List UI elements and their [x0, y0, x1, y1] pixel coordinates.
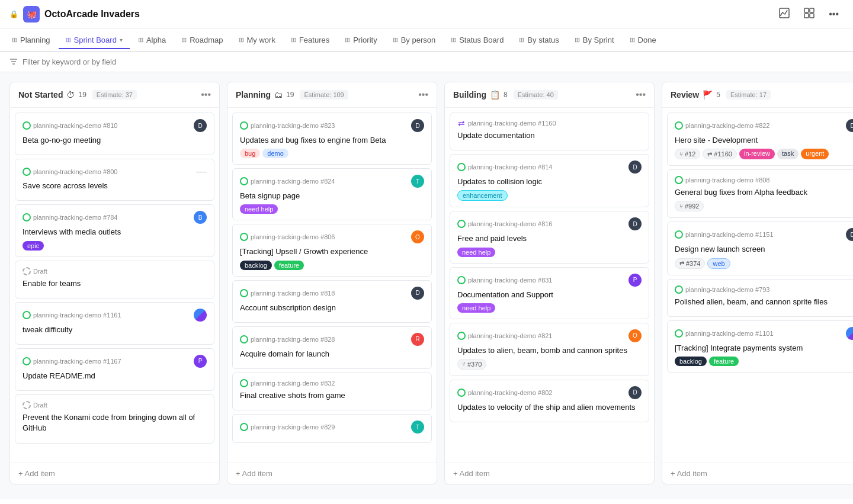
tag-demo: demo	[262, 149, 288, 158]
tab-by-person[interactable]: ⊞By person	[386, 32, 443, 49]
col-menu-building[interactable]: •••	[636, 89, 646, 100]
tab-my-work[interactable]: ⊞My work	[232, 32, 283, 49]
card-id-text: planning-tracking-demo #832	[251, 380, 335, 387]
more-options-btn[interactable]: •••	[824, 7, 844, 22]
card[interactable]: planning-tracking-demo #829 T	[232, 414, 432, 443]
layout-icon-btn[interactable]	[799, 5, 819, 23]
card[interactable]: planning-tracking-demo #806 O [Tracking]…	[232, 224, 432, 276]
card-id-text: planning-tracking-demo #824	[251, 178, 335, 185]
card-meta: planning-tracking-demo #832	[240, 379, 424, 387]
card[interactable]: planning-tracking-demo #824 T Beta signu…	[232, 168, 432, 220]
card-id: planning-tracking-demo #816	[457, 220, 552, 228]
card[interactable]: planning-tracking-demo #828 R Acquire do…	[232, 326, 432, 369]
tab-sprint-board[interactable]: ⊞Sprint Board▾	[59, 32, 130, 49]
top-bar-actions: •••	[774, 5, 844, 23]
card[interactable]: planning-tracking-demo #1151 D Design ne…	[667, 221, 853, 275]
avatar: D	[628, 386, 642, 399]
card[interactable]: Draft Prevent the Konami code from bring…	[15, 394, 214, 443]
add-item-btn-review[interactable]: + Add item	[671, 469, 707, 478]
status-icon	[240, 423, 248, 431]
card-meta: planning-tracking-demo #1151 D	[675, 228, 853, 241]
card-id: planning-tracking-demo #1151	[675, 230, 774, 239]
tab-status-board[interactable]: ⊞Status Board	[444, 32, 511, 49]
card-meta: Draft	[23, 267, 207, 275]
card[interactable]: planning-tracking-demo #1161 tweak diffi…	[15, 302, 214, 345]
status-icon	[240, 379, 248, 387]
card-title: Design new launch screen	[675, 244, 853, 255]
card-id: planning-tracking-demo #831	[457, 276, 552, 284]
add-item-btn-building[interactable]: + Add item	[453, 469, 490, 478]
card[interactable]: planning-tracking-demo #800 — Save score…	[15, 159, 214, 201]
card-id: planning-tracking-demo #808	[675, 176, 769, 184]
card-meta: planning-tracking-demo #800 —	[23, 165, 207, 178]
tab-by-sprint[interactable]: ⊞By Sprint	[567, 32, 621, 49]
card[interactable]: ⇄ planning-tracking-demo #1160 Update do…	[450, 113, 649, 150]
card-meta: planning-tracking-demo #1161	[23, 309, 207, 322]
tab-dropdown-sprint-board[interactable]: ▾	[120, 37, 123, 43]
add-item-btn-not-started[interactable]: + Add item	[18, 469, 55, 478]
tab-priority[interactable]: ⊞Priority	[338, 32, 384, 49]
status-icon	[675, 176, 683, 184]
card-title: Polished alien, beam, and cannon sprite …	[675, 297, 853, 307]
card[interactable]: planning-tracking-demo #784 B Interviews…	[15, 204, 214, 256]
card-tags: backlogfeature	[240, 261, 424, 270]
card[interactable]: planning-tracking-demo #814 D Updates to…	[450, 154, 649, 207]
card-id: planning-tracking-demo #800	[23, 168, 117, 176]
card[interactable]: planning-tracking-demo #808 General bug …	[667, 169, 853, 218]
col-title-review: Review	[671, 90, 699, 99]
card-tags: enhancement	[457, 190, 642, 201]
card[interactable]: planning-tracking-demo #832 Final creati…	[232, 373, 432, 410]
tab-features[interactable]: ⊞Features	[284, 32, 336, 49]
column-header-review: Review 🚩 5 Estimate: 17 •••	[662, 82, 853, 108]
status-icon	[457, 163, 466, 171]
card-id: Draft	[23, 267, 47, 275]
card-id-text: planning-tracking-demo #793	[685, 286, 769, 293]
card-id-text: planning-tracking-demo #831	[468, 277, 552, 284]
filter-icon	[9, 57, 18, 67]
card[interactable]: planning-tracking-demo #831 P Documentat…	[450, 267, 649, 319]
add-item-btn-planning[interactable]: + Add item	[236, 469, 272, 478]
tag-backlog: backlog	[240, 261, 272, 270]
card[interactable]: planning-tracking-demo #1101 [Tracking] …	[667, 320, 853, 373]
tab-planning[interactable]: ⊞Planning	[5, 32, 57, 49]
card-tags: need help	[457, 248, 642, 257]
tab-alpha[interactable]: ⊞Alpha	[131, 32, 173, 49]
status-icon	[23, 168, 31, 176]
card-id-text: planning-tracking-demo #1101	[685, 330, 774, 337]
col-menu-planning[interactable]: •••	[418, 89, 428, 100]
tab-roadmap[interactable]: ⊞Roadmap	[174, 32, 230, 49]
col-menu-not-started[interactable]: •••	[201, 89, 211, 100]
column-not-started: Not Started ⏱ 19 Estimate: 37 ••• planni…	[9, 82, 220, 484]
tab-label-by-status: By status	[527, 36, 559, 44]
card[interactable]: planning-tracking-demo #793 Polished ali…	[667, 279, 853, 317]
card[interactable]: Draft Enable for teams	[15, 261, 214, 298]
status-icon	[240, 233, 248, 241]
tab-by-status[interactable]: ⊞By status	[512, 32, 566, 49]
card[interactable]: planning-tracking-demo #802 D Updates to…	[450, 380, 649, 422]
card[interactable]: planning-tracking-demo #816 D Free and p…	[450, 211, 649, 263]
column-building: Building 📋 8 Estimate: 40 ••• ⇄ planning…	[444, 82, 655, 484]
card-title: Acquire domain for launch	[240, 349, 424, 359]
col-estimate-planning: Estimate: 109	[300, 90, 348, 99]
card-meta: planning-tracking-demo #816 D	[457, 217, 642, 230]
tab-done[interactable]: ⊞Done	[623, 32, 663, 49]
card-id-text: planning-tracking-demo #818	[251, 290, 335, 297]
card[interactable]: planning-tracking-demo #810 D Beta go-no…	[15, 113, 214, 155]
card-meta: planning-tracking-demo #810 D	[23, 119, 207, 132]
card[interactable]: planning-tracking-demo #1167 P Update RE…	[15, 348, 214, 391]
tab-icon-roadmap: ⊞	[181, 36, 187, 44]
card[interactable]: planning-tracking-demo #818 D Account su…	[232, 280, 432, 323]
card[interactable]: planning-tracking-demo #821 O Updates to…	[450, 323, 649, 376]
filter-input[interactable]	[23, 57, 844, 66]
card-id: planning-tracking-demo #1167	[23, 357, 121, 365]
card-id-text: planning-tracking-demo #1151	[685, 231, 774, 238]
merge-icon: ⇄	[457, 119, 466, 127]
card-id: planning-tracking-demo #793	[675, 285, 769, 294]
card[interactable]: planning-tracking-demo #823 D Updates an…	[232, 113, 432, 165]
cards-review: planning-tracking-demo #822 D Hero site …	[662, 108, 853, 463]
card-meta: planning-tracking-demo #818 D	[240, 287, 424, 300]
avatar: D	[628, 217, 642, 230]
card[interactable]: planning-tracking-demo #822 D Hero site …	[667, 113, 853, 166]
chart-icon-btn[interactable]	[774, 5, 794, 23]
tab-icon-my-work: ⊞	[239, 36, 244, 44]
